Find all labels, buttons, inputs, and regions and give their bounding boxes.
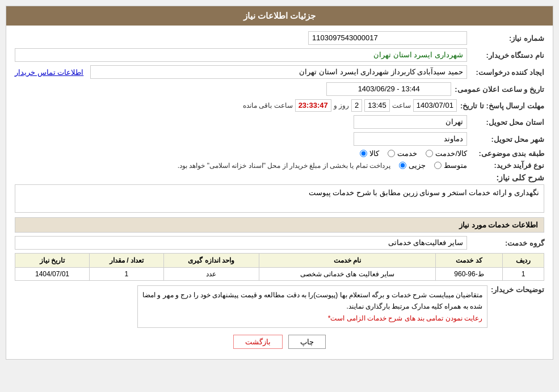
purchase-radio-motavasset[interactable] [434,162,442,169]
category-option-kala-khadamat-label: کالا/خدمت [435,149,467,158]
col-service-code: کد خدمت [436,254,503,268]
buyer-notes-line3: رعایت نمودن تمامی بند های شرح خدمات الزا… [142,313,482,324]
purchase-type-label: نوع فرآیند خرید: [470,161,544,170]
need-desc-value: نگهداری و ارائه خدمات استخر و سونای زرین… [15,184,544,213]
category-radio-khadamat[interactable] [388,150,395,157]
buyer-org-label: نام دستگاه خریدار: [470,51,544,60]
deadline-label: مهلت ارسال پاسخ: تا تاریخ: [460,102,544,110]
category-radio-kala-khadamat[interactable] [426,150,433,157]
deadline-remaining-label: ساعت باقی مانده [243,102,293,109]
category-option-khadamat-label: خدمت [397,149,417,158]
category-label: طبقه بندی موضوعی: [470,149,544,158]
announce-time-label: تاریخ و ساعت اعلان عمومی: [455,85,544,94]
category-option-kala: کالا [360,149,379,158]
province-row: استان محل تحویل: تهران [15,115,544,129]
cell-date: 1404/07/01 [15,268,90,281]
purchase-type-label-jozee: جزیی [409,161,426,170]
city-value: دماوند [354,132,467,146]
purchase-radio-jozee[interactable] [399,162,406,169]
buyer-org-row: نام دستگاه خریدار: شهرداری ایسرد استان ت… [15,48,544,62]
cell-quantity: 1 [89,268,163,281]
content-area: شماره نیاز: 1103097543000017 نام دستگاه … [6,26,553,359]
city-row: شهر محل تحویل: دماوند [15,132,544,146]
contact-link[interactable]: اطلاعات تماس خریدار [15,68,83,77]
services-table-header: ردیف کد خدمت نام خدمت واحد اندازه گیری ت… [15,254,544,268]
buyer-notes-content: متقاضیان میبایست شرح خدمات و برگه استعلا… [137,285,487,328]
deadline-time-label: ساعت [392,102,411,109]
province-value: تهران [354,115,467,129]
deadline-row: مهلت ارسال پاسخ: تا تاریخ: 1403/07/01 سا… [15,99,544,112]
need-number-row: شماره نیاز: 1103097543000017 [15,31,544,45]
services-section-title: اطلاعات خدمات مورد نیاز [15,217,544,233]
table-row: 1 ط-96-960 سایر فعالیت های خدماتی شخصی ع… [15,268,544,281]
col-service-name: نام خدمت [259,254,436,268]
need-desc-section: شرح کلی نیاز: نگهداری و ارائه خدمات استخ… [15,173,544,213]
cell-service-name: سایر فعالیت های خدماتی شخصی [259,268,436,281]
creator-label: ایجاد کننده درخواست: [470,68,544,77]
category-option-kala-khadamat: کالا/خدمت [426,149,467,158]
category-option-khadamat: خدمت [388,149,417,158]
buyer-org-value: شهرداری ایسرد استان تهران [15,48,467,62]
deadline-day-label: روز و [334,102,349,109]
service-group-value: سایر فعالیت‌های خدماتی [15,236,467,250]
announce-time-row: تاریخ و ساعت اعلان عمومی: 1403/06/29 - 1… [15,82,544,96]
deadline-remaining: 23:33:47 [295,99,331,112]
page-title: جزئیات اطلاعات نیاز [243,11,316,20]
page-wrapper: جزئیات اطلاعات نیاز شماره نیاز: 11030975… [0,0,559,392]
buyer-notes-line2: شده به همراه کلیه مدارک مرتبط بارگذاری ن… [142,301,482,312]
col-date: تاریخ نیاز [15,254,90,268]
deadline-time: 13:45 [364,99,390,112]
buyer-notes-label: توضیحات خریدار: [491,285,544,294]
service-group-label: گروه خدمت: [470,239,544,247]
category-radio-group: کالا/خدمت خدمت کالا [360,149,467,158]
purchase-type-radio-group: متوسط جزیی [399,161,467,170]
buttons-row: چاپ بازگشت [15,335,544,349]
buyer-notes-line1: متقاضیان میبایست شرح خدمات و برگه استعلا… [142,289,482,301]
need-number-label: شماره نیاز: [470,34,544,43]
announce-time-value: 1403/06/29 - 13:44 [326,82,451,96]
category-option-kala-label: کالا [369,149,379,158]
col-quantity: تعداد / مقدار [89,254,163,268]
city-label: شهر محل تحویل: [470,135,544,144]
purchase-note: پرداخت تمام یا بخشی از مبلغ خریدار از مح… [178,162,390,170]
main-container: جزئیات اطلاعات نیاز شماره نیاز: 11030975… [6,6,553,360]
back-button[interactable]: بازگشت [233,335,283,349]
cell-service-code: ط-96-960 [436,268,503,281]
purchase-type-row: نوع فرآیند خرید: متوسط جزیی پرداخت تمام … [15,161,544,170]
purchase-type-option-jozee: جزیی [399,161,426,170]
need-number-value: 1103097543000017 [308,31,467,45]
service-group-row: گروه خدمت: سایر فعالیت‌های خدماتی [15,236,544,250]
category-row: طبقه بندی موضوعی: کالا/خدمت خدمت کالا [15,149,544,158]
page-header: جزئیات اطلاعات نیاز [6,6,553,26]
category-radio-kala[interactable] [360,150,367,157]
services-table-header-row: ردیف کد خدمت نام خدمت واحد اندازه گیری ت… [15,254,544,268]
col-row-num: ردیف [502,254,544,268]
purchase-type-label-motavasset: متوسط [444,161,467,170]
services-table-body: 1 ط-96-960 سایر فعالیت های خدماتی شخصی ع… [15,268,544,281]
purchase-type-option-motavasset: متوسط [434,161,467,170]
creator-value: حمید سیدآبادی کاربرداز شهرداری ایسرد است… [90,65,467,79]
province-label: استان محل تحویل: [470,118,544,127]
cell-row-num: 1 [502,268,544,281]
need-desc-label: شرح کلی نیاز: [470,173,544,182]
buyer-notes-row: توضیحات خریدار: متقاضیان میبایست شرح خدم… [15,285,544,328]
print-button[interactable]: چاپ [288,335,326,349]
deadline-date: 1403/07/01 [413,99,457,112]
cell-unit: عدد [163,268,259,281]
creator-row: ایجاد کننده درخواست: حمید سیدآبادی کاربر… [15,65,544,79]
services-table: ردیف کد خدمت نام خدمت واحد اندازه گیری ت… [15,253,544,281]
deadline-days: 2 [351,99,362,112]
col-unit: واحد اندازه گیری [163,254,259,268]
deadline-datetime: 1403/07/01 ساعت 13:45 2 روز و 23:33:47 س… [243,99,457,112]
